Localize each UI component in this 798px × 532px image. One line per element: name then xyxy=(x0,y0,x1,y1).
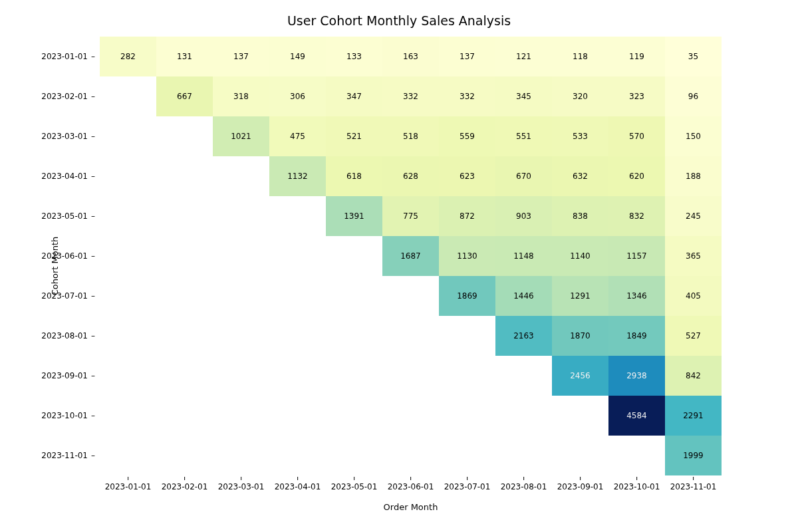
x-axis-label: Order Month xyxy=(100,502,722,512)
heatmap-cell xyxy=(100,116,156,156)
heatmap-cell xyxy=(156,356,213,396)
heatmap-cell: 306 xyxy=(269,76,326,116)
heatmap-cell: 623 xyxy=(439,156,495,196)
heatmap-cell: 2938 xyxy=(608,356,665,396)
heatmap-cell: 1148 xyxy=(495,236,552,276)
heatmap-cell xyxy=(213,436,269,475)
heatmap-cell: 323 xyxy=(608,76,665,116)
heatmap-cell xyxy=(100,316,156,356)
heatmap-cell: 1346 xyxy=(608,276,665,316)
heatmap-cell xyxy=(269,396,326,436)
heatmap-cell: 1869 xyxy=(439,276,495,316)
y-tick-label: 2023-09-01– xyxy=(41,371,95,380)
heatmap-cell xyxy=(269,436,326,475)
heatmap-cell: 632 xyxy=(552,156,608,196)
heatmap-cell xyxy=(326,356,382,396)
heatmap-cell: 570 xyxy=(608,116,665,156)
heatmap-cell: 775 xyxy=(382,196,439,236)
heatmap-cell: 533 xyxy=(552,116,608,156)
heatmap-cell xyxy=(439,356,495,396)
heatmap-cell: 559 xyxy=(439,116,495,156)
heatmap-cell xyxy=(382,356,439,396)
heatmap-cell xyxy=(495,396,552,436)
heatmap-cell: 628 xyxy=(382,156,439,196)
x-tick-label: 2023-01-01 xyxy=(105,477,152,491)
y-tick-label: 2023-07-01– xyxy=(41,291,95,301)
heatmap-cell xyxy=(213,316,269,356)
heatmap-cell: 137 xyxy=(439,37,495,76)
heatmap-cell: 838 xyxy=(552,196,608,236)
heatmap-cell xyxy=(213,156,269,196)
heatmap-cell xyxy=(269,196,326,236)
heatmap-cell xyxy=(495,356,552,396)
heatmap-cell: 1391 xyxy=(326,196,382,236)
x-tick-label: 2023-07-01 xyxy=(444,477,491,491)
heatmap-cell xyxy=(156,276,213,316)
heatmap-cell: 1021 xyxy=(213,116,269,156)
heatmap-cell: 2456 xyxy=(552,356,608,396)
heatmap-cell xyxy=(326,436,382,475)
heatmap-cell: 149 xyxy=(269,37,326,76)
heatmap-cell xyxy=(213,196,269,236)
heatmap-cell xyxy=(552,436,608,475)
heatmap-cell: 620 xyxy=(608,156,665,196)
y-tick-label: 2023-11-01– xyxy=(41,451,95,460)
heatmap-cell xyxy=(156,316,213,356)
heatmap-cell: 667 xyxy=(156,76,213,116)
y-tick-label: 2023-02-01– xyxy=(41,92,95,101)
heatmap-cell: 133 xyxy=(326,37,382,76)
heatmap-cell: 475 xyxy=(269,116,326,156)
y-tick-label: 2023-10-01– xyxy=(41,411,95,420)
heatmap-cell: 618 xyxy=(326,156,382,196)
heatmap-cell xyxy=(100,76,156,116)
heatmap-cell xyxy=(213,236,269,276)
heatmap-cell xyxy=(100,396,156,436)
heatmap-cell xyxy=(269,276,326,316)
heatmap-cell: 137 xyxy=(213,37,269,76)
heatmap-cell: 842 xyxy=(665,356,722,396)
x-tick-label: 2023-08-01 xyxy=(501,477,547,491)
heatmap-cell xyxy=(100,236,156,276)
heatmap-cell: 4584 xyxy=(608,396,665,436)
y-axis-label: Cohort Month xyxy=(50,237,60,296)
y-tick-label: 2023-06-01– xyxy=(41,251,95,261)
heatmap-cell xyxy=(382,436,439,475)
heatmap-cell xyxy=(326,276,382,316)
heatmap-cell: 118 xyxy=(552,37,608,76)
heatmap-cell: 2291 xyxy=(665,396,722,436)
y-tick-label: 2023-04-01– xyxy=(41,172,95,181)
heatmap-cell: 1132 xyxy=(269,156,326,196)
heatmap-cell: 521 xyxy=(326,116,382,156)
heatmap-cell: 96 xyxy=(665,76,722,116)
heatmap-cell xyxy=(269,236,326,276)
heatmap-cell: 1140 xyxy=(552,236,608,276)
x-tick-label: 2023-04-01 xyxy=(275,477,321,491)
heatmap-cell xyxy=(326,396,382,436)
heatmap-cell: 1291 xyxy=(552,276,608,316)
heatmap-cell: 345 xyxy=(495,76,552,116)
heatmap-cell xyxy=(100,156,156,196)
heatmap-cell: 872 xyxy=(439,196,495,236)
heatmap-cell xyxy=(156,396,213,436)
heatmap-cell: 365 xyxy=(665,236,722,276)
y-tick-label: 2023-08-01– xyxy=(41,331,95,340)
x-tick-label: 2023-11-01 xyxy=(670,477,717,491)
heatmap-cell: 119 xyxy=(608,37,665,76)
heatmap-cell: 318 xyxy=(213,76,269,116)
heatmap-cell: 1849 xyxy=(608,316,665,356)
plot-area: 2821311371491331631371211181193566731830… xyxy=(100,37,722,475)
figure: User Cohort Monthly Sales Analysis Cohor… xyxy=(0,0,798,532)
heatmap-cell: 903 xyxy=(495,196,552,236)
heatmap-cell xyxy=(382,316,439,356)
heatmap-cell: 347 xyxy=(326,76,382,116)
heatmap-cell xyxy=(439,396,495,436)
heatmap-cell xyxy=(100,196,156,236)
heatmap-cell xyxy=(213,396,269,436)
heatmap-cell: 1157 xyxy=(608,236,665,276)
heatmap-cell xyxy=(326,316,382,356)
chart-title: User Cohort Monthly Sales Analysis xyxy=(0,13,798,28)
heatmap-cell xyxy=(326,236,382,276)
x-tick-label: 2023-06-01 xyxy=(388,477,434,491)
heatmap-cell xyxy=(608,436,665,475)
heatmap-cell: 551 xyxy=(495,116,552,156)
